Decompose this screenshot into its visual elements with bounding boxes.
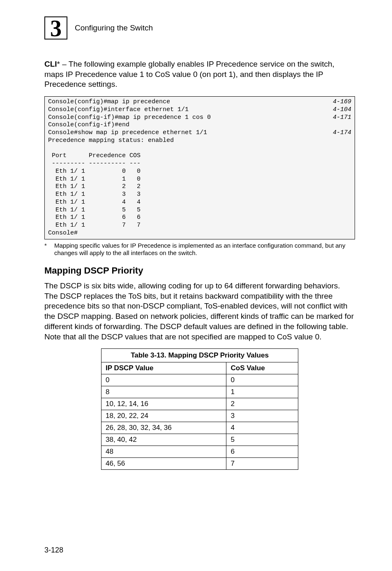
code-line: Eth 1/ 1 7 7 bbox=[48, 222, 351, 230]
table-cell: 0 bbox=[226, 374, 298, 386]
footnote: * Mapping specific values for IP Precede… bbox=[44, 242, 355, 258]
table-cell: 38, 40, 42 bbox=[101, 434, 226, 446]
code-line bbox=[48, 145, 351, 153]
code-line: Eth 1/ 1 6 6 bbox=[48, 214, 351, 222]
table-cell: 2 bbox=[226, 398, 298, 410]
table-cell: 7 bbox=[226, 458, 298, 470]
table-cell: 18, 20, 22, 24 bbox=[101, 410, 226, 422]
code-line: 4-169Console(config)#map ip precedence bbox=[48, 98, 351, 106]
code-page-ref: 4-104 bbox=[333, 106, 351, 114]
table-row: 26, 28, 30, 32, 34, 364 bbox=[101, 422, 298, 434]
table-caption: Table 3-13. Mapping DSCP Priority Values bbox=[101, 348, 298, 362]
footnote-text: Mapping specific values for IP Precedenc… bbox=[54, 242, 355, 258]
code-line: 4-171Console(config-if)#map ip precedenc… bbox=[48, 114, 351, 122]
table-row: 00 bbox=[101, 374, 298, 386]
code-line: Eth 1/ 1 2 2 bbox=[48, 183, 351, 191]
code-line: Eth 1/ 1 4 4 bbox=[48, 199, 351, 207]
table-header-cell: CoS Value bbox=[226, 362, 298, 374]
chapter-number: 3 bbox=[50, 17, 62, 40]
code-line: 4-104Console(config)#interface ethernet … bbox=[48, 106, 351, 114]
code-line: --------- ---------- --- bbox=[48, 160, 351, 168]
table-header-cell: IP DSCP Value bbox=[101, 362, 226, 374]
cli-code-block: 4-169Console(config)#map ip precedence4-… bbox=[44, 96, 355, 239]
page-title: Configuring the Switch bbox=[75, 23, 153, 32]
section-heading: Mapping DSCP Priority bbox=[44, 265, 355, 276]
code-line: Eth 1/ 1 5 5 bbox=[48, 207, 351, 214]
table-cell: 48 bbox=[101, 446, 226, 458]
page-header: 3 Configuring the Switch bbox=[44, 16, 355, 39]
table-row: 81 bbox=[101, 386, 298, 398]
dscp-table: Table 3-13. Mapping DSCP Priority Values… bbox=[101, 348, 298, 470]
code-line: 4-174Console#show map ip precedence ethe… bbox=[48, 129, 351, 137]
code-page-ref: 4-171 bbox=[333, 114, 351, 122]
intro-paragraph: CLI* – The following example globally en… bbox=[44, 59, 355, 90]
code-line: Console# bbox=[48, 230, 351, 237]
code-line: Eth 1/ 1 1 0 bbox=[48, 176, 351, 183]
code-line: Eth 1/ 1 0 0 bbox=[48, 168, 351, 176]
table-row: 38, 40, 425 bbox=[101, 434, 298, 446]
table-row: 46, 567 bbox=[101, 458, 298, 470]
page: 3 Configuring the Switch CLI* – The foll… bbox=[0, 0, 392, 571]
table-cell: 26, 28, 30, 32, 34, 36 bbox=[101, 422, 226, 434]
table-cell: 1 bbox=[226, 386, 298, 398]
code-line: Port Precedence COS bbox=[48, 152, 351, 160]
table-cell: 0 bbox=[101, 374, 226, 386]
table-cell: 46, 56 bbox=[101, 458, 226, 470]
table-cell: 3 bbox=[226, 410, 298, 422]
table-row: 18, 20, 22, 243 bbox=[101, 410, 298, 422]
table-cell: 10, 12, 14, 16 bbox=[101, 398, 226, 410]
chapter-icon: 3 bbox=[44, 16, 67, 39]
table-row: 486 bbox=[101, 446, 298, 458]
code-line: Precedence mapping status: enabled bbox=[48, 137, 351, 145]
table-cell: 5 bbox=[226, 434, 298, 446]
dscp-paragraph: The DSCP is six bits wide, allowing codi… bbox=[44, 281, 355, 342]
page-number: 3-128 bbox=[44, 546, 63, 555]
table-cell: 4 bbox=[226, 422, 298, 434]
table-cell: 6 bbox=[226, 446, 298, 458]
code-page-ref: 4-169 bbox=[333, 98, 351, 106]
footnote-marker: * bbox=[44, 242, 54, 258]
code-page-ref: 4-174 bbox=[333, 129, 351, 137]
table-header-row: IP DSCP Value CoS Value bbox=[101, 362, 298, 374]
code-line: Eth 1/ 1 3 3 bbox=[48, 191, 351, 199]
table-cell: 8 bbox=[101, 386, 226, 398]
code-line: Console(config-if)#end bbox=[48, 121, 351, 129]
table-row: 10, 12, 14, 162 bbox=[101, 398, 298, 410]
